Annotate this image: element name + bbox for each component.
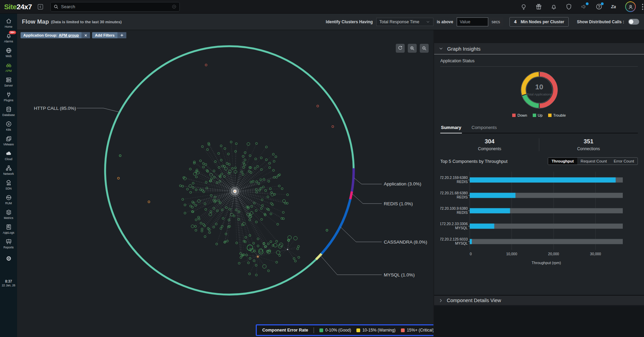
- bar-value[interactable]: [470, 239, 472, 244]
- sidebar-item-label: Metrics: [4, 216, 13, 220]
- home-icon: [5, 18, 12, 24]
- reports-icon: [5, 238, 12, 245]
- zoom-in-button[interactable]: [408, 44, 417, 53]
- sidebar-item-label: Server: [4, 84, 13, 87]
- graph-insights-header[interactable]: Graph Insights: [434, 43, 644, 54]
- component-details-header[interactable]: Component Details View: [434, 295, 644, 306]
- sidebar-item-alarms[interactable]: Alarms99+: [0, 30, 17, 45]
- sidebar-item-label: Database: [2, 113, 15, 117]
- x-tick-label: 10,000: [506, 252, 517, 256]
- search-icon: [53, 4, 59, 9]
- bell-button[interactable]: [550, 3, 557, 11]
- tab-components[interactable]: Components: [471, 123, 497, 133]
- chip-remove-button[interactable]: [81, 32, 90, 38]
- chip-value-link[interactable]: APM group: [59, 33, 79, 37]
- search-clear-icon[interactable]: [172, 4, 177, 9]
- shield-button[interactable]: [565, 3, 572, 11]
- bar-value[interactable]: [470, 178, 616, 183]
- add-filters-chip[interactable]: Add Filters: [92, 32, 126, 38]
- legend-swatch: [401, 328, 405, 332]
- bar-label-ip: 172.20.2.125:6033: [440, 237, 468, 241]
- sidebar-item-k8s[interactable]: K8s: [0, 119, 17, 133]
- sidebar-item-gear[interactable]: [0, 251, 17, 266]
- bar-label-ip: 172.20.100.9:6380: [440, 206, 468, 210]
- legend-swatch: [319, 328, 323, 332]
- sidebar-clock: 8:3722 Jan, 26: [2, 280, 15, 287]
- callout-mysql: MYSQL (1.0%): [384, 272, 415, 277]
- sidebar-item-plugins[interactable]: Plugins: [0, 89, 17, 104]
- search-bar[interactable]: [50, 2, 180, 12]
- lightbulb-icon: [520, 3, 527, 10]
- component-error-rate-legend: Component Error Rate 0-10% (Good)10-15% …: [256, 324, 433, 336]
- search-input[interactable]: [61, 4, 172, 9]
- sidebar-item-sdn[interactable]: SDN: [0, 178, 17, 192]
- sidebar-item-metrics[interactable]: Metrics: [0, 207, 17, 222]
- cloud-icon: [5, 150, 12, 157]
- throughput-bar-chart: 172.20.2.159:6380REDIS172.20.21.68:6380R…: [440, 168, 638, 267]
- flow-map-graph[interactable]: HTTP CALL (85.0%)Application (3.0%)REDIS…: [17, 30, 433, 337]
- show-distributed-toggle[interactable]: [628, 19, 639, 25]
- site24x7-logo[interactable]: Site24x7: [4, 3, 32, 11]
- cluster-metric-dropdown[interactable]: Total Response Time: [376, 18, 433, 26]
- chevron-right-icon: [438, 298, 443, 303]
- legend-item: 15%+ (Critical): [401, 328, 433, 333]
- sidebar-item-label: Reports: [3, 246, 14, 249]
- user-avatar[interactable]: [625, 1, 636, 12]
- gift-button[interactable]: [535, 3, 542, 11]
- bar-label-type: MYSQL: [455, 241, 468, 245]
- min-nodes-value[interactable]: 4: [510, 19, 520, 24]
- sidebar-item-server[interactable]: Server: [0, 75, 17, 89]
- sidebar-item-network[interactable]: Network: [0, 163, 17, 178]
- flow-map-canvas[interactable]: Application Group: APM group Add Filters…: [17, 30, 433, 337]
- lightbulb-button[interactable]: [520, 3, 527, 11]
- sidebar-item-reports[interactable]: Reports: [0, 236, 17, 251]
- sidebar-item-label: Home: [5, 25, 13, 28]
- apps-grid-icon[interactable]: [641, 3, 644, 11]
- callout-redis: REDIS (1.0%): [384, 201, 413, 206]
- sidebar-collapse-button[interactable]: [37, 3, 44, 11]
- threshold-value-input[interactable]: [457, 17, 488, 26]
- metric-button-error-count[interactable]: Error Count: [610, 158, 637, 165]
- megaphone-button[interactable]: [580, 3, 588, 11]
- database-icon: [5, 106, 12, 113]
- legend-swatch: [356, 328, 360, 332]
- donut-chart: 10Total Applications: [488, 69, 591, 113]
- sidebar-item-rum[interactable]: RUM: [0, 192, 17, 207]
- bar-value[interactable]: [470, 208, 510, 213]
- sidebar-item-home[interactable]: Home: [0, 16, 17, 30]
- bar-value[interactable]: [470, 193, 516, 198]
- refresh-button[interactable]: [396, 44, 405, 53]
- close-x-icon: [84, 34, 88, 37]
- sidebar-item-database[interactable]: Database: [0, 104, 17, 119]
- bar-label-ip: 172.20.2.159:6380: [440, 176, 468, 180]
- tab-summary[interactable]: Summary: [440, 123, 462, 133]
- metric-button-throughput[interactable]: Throughput: [548, 158, 577, 165]
- sidebar-item-vmware[interactable]: VMware: [0, 133, 17, 148]
- bar-label-type: REDIS: [457, 195, 468, 199]
- bar-value[interactable]: [470, 224, 494, 229]
- sidebar-item-cloud[interactable]: Cloud: [0, 148, 17, 163]
- callout-cassandra: CASSANDRA (8.0%): [384, 239, 427, 245]
- page-subtitle: (Data is limited to the last 30 minutes): [51, 20, 122, 24]
- help-button[interactable]: [595, 3, 603, 11]
- plug-icon: [5, 91, 12, 98]
- sidebar-item-applogs[interactable]: AppLogs: [0, 222, 17, 236]
- metric-button-request-count[interactable]: Request Count: [577, 158, 610, 165]
- sidebar-item-label: VMware: [3, 143, 14, 146]
- sidebar-item-web[interactable]: Web: [0, 45, 17, 60]
- zia-button[interactable]: Za: [610, 3, 618, 11]
- vmware-icon: [5, 135, 12, 142]
- sidebar-item-label: APM: [5, 69, 12, 73]
- chip-label: Application Group:: [23, 33, 58, 37]
- sidebar-item-apm[interactable]: APM: [0, 60, 17, 75]
- callout-application: Application (3.0%): [384, 181, 421, 186]
- k8s-icon: [5, 121, 12, 127]
- zia-icon: Za: [610, 3, 618, 10]
- filter-chip-application-group[interactable]: Application Group: APM group: [21, 32, 90, 38]
- zoom-out-button[interactable]: [420, 44, 429, 53]
- x-tick-label: 0: [470, 252, 472, 256]
- sidebar-item-label: AppLogs: [3, 231, 14, 234]
- refresh-icon: [397, 46, 403, 51]
- min-nodes-control[interactable]: 4 Min Nodes per Cluster: [509, 17, 569, 27]
- add-filter-button[interactable]: [117, 32, 126, 38]
